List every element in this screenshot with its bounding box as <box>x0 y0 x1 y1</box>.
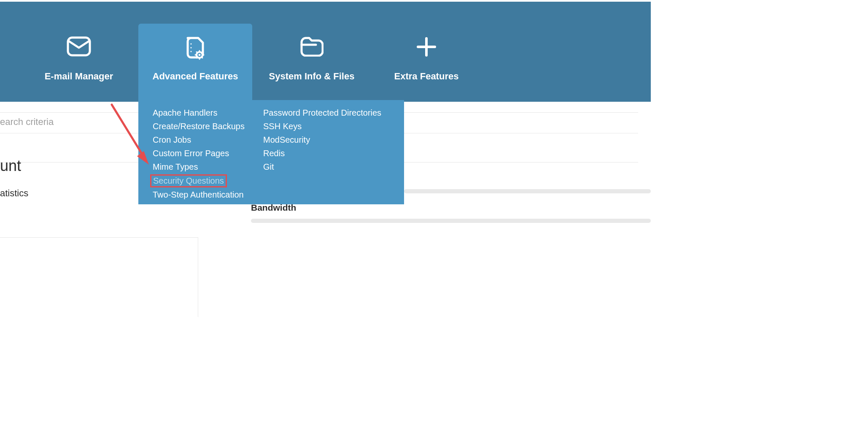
page-subheading-fragment: atistics <box>0 188 28 199</box>
nav-item-email-manager[interactable]: E-mail Manager <box>22 24 136 82</box>
nav-label: Advanced Features <box>138 71 252 82</box>
svg-line-11 <box>202 57 202 58</box>
menu-item-custom-error-pages[interactable]: Custom Error Pages <box>150 147 261 160</box>
progress-bar-1 <box>404 189 651 193</box>
nav-item-system-info-files[interactable]: System Info & Files <box>255 24 369 82</box>
svg-line-10 <box>197 52 197 53</box>
nav-item-advanced-features[interactable]: Advanced Features <box>138 24 252 102</box>
menu-item-create-restore-backups[interactable]: Create/Restore Backups <box>150 120 261 133</box>
svg-point-3 <box>190 51 191 52</box>
menu-item-security-questions[interactable]: Security Questions <box>150 174 227 187</box>
menu-item-redis[interactable]: Redis <box>261 147 391 160</box>
nav-label: Extra Features <box>369 71 483 82</box>
svg-point-2 <box>190 47 191 48</box>
nav-item-extra-features[interactable]: Extra Features <box>369 24 483 82</box>
nav-label: E-mail Manager <box>22 71 136 82</box>
nav-label: System Info & Files <box>255 71 369 82</box>
menu-item-mime-types[interactable]: Mime Types <box>150 161 261 173</box>
bottom-panel <box>0 237 198 317</box>
mail-icon <box>22 24 136 62</box>
svg-point-5 <box>199 54 201 56</box>
svg-point-1 <box>190 43 191 44</box>
document-gear-icon <box>138 24 252 62</box>
menu-item-apache-handlers[interactable]: Apache Handlers <box>150 107 261 119</box>
menu-item-password-protected-directories[interactable]: Password Protected Directories <box>261 107 391 119</box>
top-navbar: E-mail Manager <box>0 2 651 102</box>
menu-item-git[interactable]: Git <box>261 161 391 173</box>
page-title-fragment: unt <box>0 157 21 175</box>
svg-line-12 <box>197 57 197 58</box>
search-input[interactable]: earch criteria <box>0 117 54 127</box>
menu-item-ssh-keys[interactable]: SSH Keys <box>261 120 391 133</box>
bandwidth-progress-bar <box>251 219 651 223</box>
menu-item-two-step-authentication[interactable]: Two-Step Authentication <box>150 189 261 201</box>
dropdown-column-2: Password Protected Directories SSH Keys … <box>261 107 391 195</box>
menu-item-modsecurity[interactable]: ModSecurity <box>261 134 391 146</box>
plus-icon <box>369 24 483 62</box>
folder-icon <box>255 24 369 62</box>
svg-line-13 <box>202 52 202 53</box>
dropdown-column-1: Apache Handlers Create/Restore Backups C… <box>138 107 261 195</box>
advanced-features-dropdown: Apache Handlers Create/Restore Backups C… <box>138 100 404 204</box>
svg-rect-0 <box>68 38 90 55</box>
menu-item-cron-jobs[interactable]: Cron Jobs <box>150 134 261 146</box>
